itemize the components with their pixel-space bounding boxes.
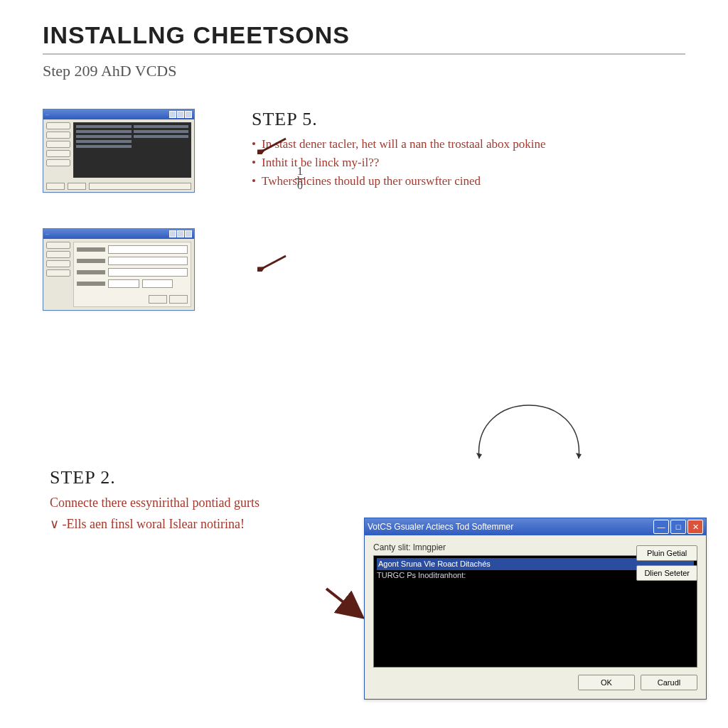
screenshot-column: ··· ··· [43,109,195,346]
minimize-button[interactable]: — [653,520,669,534]
screenshot-thumb-2: ··· [43,228,195,311]
list-item[interactable]: TURGC Ps Inoditranhont: [377,571,466,579]
svg-line-1 [262,256,286,269]
page-subtitle: Step 209 AhD VCDS [43,62,685,80]
step2-line-1: Connecte there essynirithal pontiad gurt… [50,496,685,510]
installer-dialog: VotCS Gsualer Actiecs Tod Softemmer — □ … [364,518,707,700]
step2-label: STEP 2. [50,467,685,488]
arrow-icon [323,586,366,621]
arrow-icon [257,255,287,272]
maximize-button[interactable]: □ [670,520,686,534]
dialog-title: VotCS Gsualer Actiecs Tod Softemmer [368,522,513,532]
page-title: INSTALLNG CHEETSONS [43,21,685,49]
step5-bullet-1: In stast dener tacler, het will a nan th… [252,137,546,151]
fraction-den: 0 [295,180,305,192]
title-divider [43,53,685,55]
dialog-titlebar[interactable]: VotCS Gsualer Actiecs Tod Softemmer — □ … [365,518,706,535]
side-button-1[interactable]: Pluin Getial [636,545,697,561]
fraction-num: 1 [295,166,305,178]
side-button-2[interactable]: Dlien Seteter [636,565,697,581]
step5-label: STEP 5. [252,109,546,130]
close-button[interactable]: ✕ [687,520,703,534]
screenshot-thumb-1: ··· [43,109,195,193]
ok-button[interactable]: OK [578,675,635,690]
cancel-button[interactable]: Carudl [641,675,697,690]
svg-line-2 [326,589,360,616]
fraction-annotation: 1 0 [295,166,305,192]
